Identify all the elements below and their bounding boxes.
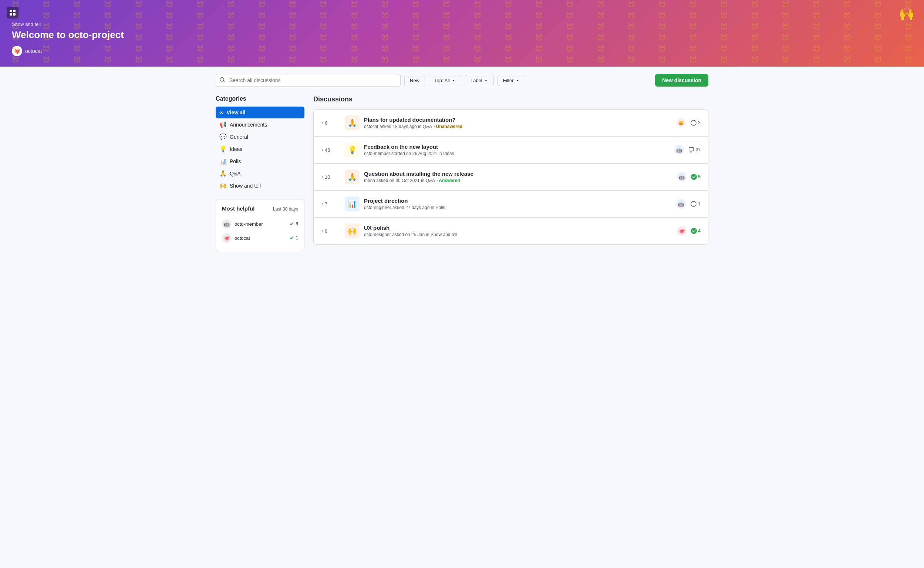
- banner-username: octocat: [25, 48, 42, 54]
- discussions-section: Discussions ↑ 6 🙏 Plans for updated docu…: [313, 95, 708, 245]
- discussion-category-icon: 🙏: [345, 169, 360, 184]
- discussion-meta-text: octocat asked 18 days ago in Q&A: [364, 124, 432, 129]
- mh-avatar: 🤖: [222, 219, 232, 229]
- cat-icon: 🙌: [219, 182, 227, 189]
- banner-title: Welcome to octo-project: [12, 29, 912, 41]
- discussion-meta: octocat asked 18 days ago in Q&A · Unans…: [364, 124, 672, 129]
- sidebar-item-q&a[interactable]: 🙏Q&A: [216, 167, 304, 180]
- discussion-meta-text: octo-engineer asked 27 days ago in Polls: [364, 205, 445, 210]
- sidebar-item-announcements[interactable]: 📢Announcements: [216, 118, 304, 131]
- discussion-meta: octo-designer asked on 25 Jan in Show an…: [364, 232, 672, 237]
- discussion-meta-text: mona asked on 30 Oct 2021 in Q&A: [364, 178, 435, 183]
- most-helpful-period: Last 30 days: [273, 207, 298, 211]
- svg-rect-1: [13, 10, 15, 12]
- cat-icon: 💡: [219, 145, 227, 153]
- sidebar: Categories ∞View all📢Announcements💬Gener…: [216, 95, 304, 251]
- new-button[interactable]: New: [404, 75, 425, 86]
- discussion-item: ↑ 6 🙏 Plans for updated documentation? o…: [314, 110, 708, 136]
- svg-point-4: [691, 120, 696, 125]
- discussion-item: ↑ 8 🙌 UX polish octo-designer asked on 2…: [314, 218, 708, 244]
- sidebar-item-general[interactable]: 💬General: [216, 131, 304, 143]
- search-box: [216, 74, 401, 86]
- cat-icon: 💬: [219, 133, 227, 140]
- cat-label: General: [230, 134, 248, 140]
- most-helpful-user-row: 🤖 octo-member ✔ 6: [222, 217, 298, 231]
- vote-count: ↑ 10: [321, 174, 340, 180]
- comment-count: 27: [688, 147, 701, 153]
- discussion-title[interactable]: Feedback on the new layout: [364, 144, 670, 150]
- discussion-item: ↑ 48 💡 Feedback on the new layout octo-m…: [314, 136, 708, 163]
- cat-label: Ideas: [230, 146, 242, 152]
- cat-label: Polls: [230, 159, 241, 164]
- discussion-content: Plans for updated documentation? octocat…: [364, 116, 672, 129]
- check-icon: ✔: [289, 235, 294, 241]
- mh-avatar: 🐙: [222, 233, 232, 243]
- vote-count: ↑ 7: [321, 201, 340, 207]
- banner: // Will be populated by JS 🐱🐱🐱🐱🐱🐱🐱🐱🐱🐱🐱🐱🐱…: [0, 0, 924, 66]
- status-unanswered: · Unanswered: [434, 124, 462, 129]
- sidebar-item-polls[interactable]: 📊Polls: [216, 155, 304, 167]
- svg-point-5: [691, 201, 696, 207]
- vote-count: ↑ 6: [321, 120, 340, 126]
- sidebar-item-view-all[interactable]: ∞View all: [216, 107, 304, 118]
- vote-number: 48: [325, 147, 330, 153]
- discussion-title[interactable]: UX polish: [364, 225, 672, 231]
- discussion-category-icon: 🙌: [345, 224, 360, 238]
- most-helpful-title: Most helpful: [222, 205, 255, 211]
- label-button[interactable]: Label: [465, 75, 494, 86]
- discussion-meta: mona asked on 30 Oct 2021 in Q&A · Answe…: [364, 178, 672, 183]
- vote-number: 6: [325, 120, 327, 126]
- svg-rect-3: [13, 13, 15, 15]
- toolbar: New Top: All Label Filter New discussion: [216, 74, 708, 86]
- discussion-content: Project direction octo-engineer asked 27…: [364, 198, 672, 210]
- sidebar-item-ideas[interactable]: 💡Ideas: [216, 143, 304, 155]
- mh-count-value: 6: [295, 221, 298, 227]
- banner-user: 🐙 octocat: [12, 46, 912, 56]
- search-input[interactable]: [216, 74, 401, 86]
- discussion-meta: octo-engineer asked 27 days ago in Polls: [364, 205, 672, 210]
- svg-rect-0: [10, 10, 12, 12]
- main-container: New Top: All Label Filter New discussion…: [207, 66, 717, 259]
- discussion-item: ↑ 10 🙏 Question about installing the new…: [314, 163, 708, 190]
- body-layout: Categories ∞View all📢Announcements💬Gener…: [216, 95, 708, 251]
- mh-user[interactable]: 🤖 octo-member: [222, 219, 263, 229]
- check-icon: ✔: [289, 221, 294, 227]
- discussion-title[interactable]: Project direction: [364, 198, 672, 204]
- discussion-right: 🤖 27: [674, 145, 701, 155]
- most-helpful-user-row: 🐙 octocat ✔ 1: [222, 231, 298, 245]
- vote-number: 8: [325, 228, 327, 234]
- vote-count: ↑ 8: [321, 228, 340, 234]
- vote-count: ↑ 48: [321, 147, 340, 153]
- discussion-right: 🤖 1: [676, 199, 701, 209]
- discussion-avatar: 🤖: [674, 145, 684, 155]
- new-discussion-button[interactable]: New discussion: [655, 74, 708, 86]
- discussion-meta: octo-member started on 26 Aug 2021 in Id…: [364, 151, 670, 156]
- comment-count: 1: [690, 201, 701, 207]
- discussion-meta-text: octo-member started on 26 Aug 2021 in Id…: [364, 151, 454, 156]
- discussion-avatar: 🐙: [677, 226, 687, 236]
- cat-label: Q&A: [230, 171, 241, 177]
- svg-rect-2: [10, 13, 12, 15]
- top-all-button[interactable]: Top: All: [429, 75, 461, 86]
- cat-label: Show and tell: [230, 183, 261, 189]
- most-helpful-box: Most helpful Last 30 days 🤖 octo-member …: [216, 199, 304, 251]
- cat-label: Announcements: [230, 122, 267, 128]
- discussion-category-icon: 🙏: [345, 115, 360, 130]
- sidebar-item-show-and-tell[interactable]: 🙌Show and tell: [216, 180, 304, 192]
- status-answered: · Answered: [437, 178, 460, 183]
- discussion-content: Question about installing the new releas…: [364, 171, 672, 183]
- filter-button[interactable]: Filter: [497, 75, 525, 86]
- grid-icon: [7, 7, 18, 18]
- cat-icon: 📊: [219, 158, 227, 165]
- discussion-title[interactable]: Plans for updated documentation?: [364, 116, 672, 123]
- mh-count: ✔ 6: [289, 221, 298, 227]
- mh-username: octo-member: [235, 221, 263, 227]
- discussion-title[interactable]: Question about installing the new releas…: [364, 171, 672, 177]
- discussions-title: Discussions: [313, 95, 708, 103]
- most-helpful-users: 🤖 octo-member ✔ 6 🐙 octocat ✔ 1: [222, 217, 298, 245]
- vote-arrow-icon: ↑: [321, 120, 323, 125]
- discussion-avatar: 🤖: [676, 199, 686, 209]
- mh-user[interactable]: 🐙 octocat: [222, 233, 250, 243]
- vote-number: 10: [325, 174, 330, 180]
- discussion-avatar: 😸: [676, 118, 686, 128]
